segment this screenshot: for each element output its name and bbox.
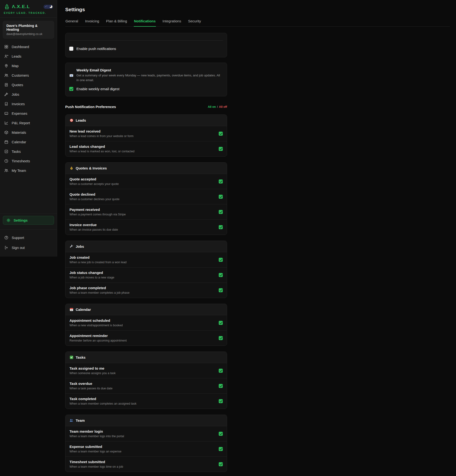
preference-checkbox[interactable]	[219, 369, 223, 373]
preference-row: Quote declined When a customer declines …	[66, 189, 227, 204]
weekly-digest-row: Enable weekly email digest	[69, 87, 223, 91]
tab[interactable]: Security	[188, 19, 201, 26]
sidebar-footer: Support Sign out	[0, 230, 57, 253]
nav-icon	[4, 92, 8, 96]
support-label: Support	[12, 236, 24, 240]
sidebar-item[interactable]: Customers	[0, 70, 57, 80]
preference-checkbox[interactable]	[219, 179, 223, 184]
preference-checkbox[interactable]	[219, 258, 223, 262]
sidebar-item[interactable]: Invoices	[0, 99, 57, 109]
nav-icon	[4, 121, 8, 125]
preference-row-description: When a new visit/appointment is booked	[69, 324, 123, 327]
sidebar-item-label: Leads	[12, 54, 21, 58]
preference-checkbox[interactable]	[219, 225, 223, 229]
nav-icon	[4, 102, 8, 106]
preference-row-title: Lead status changed	[69, 144, 135, 149]
tab[interactable]: Invoicing	[85, 19, 99, 26]
preference-checkbox[interactable]	[219, 399, 223, 403]
preference-row: Team member login When a team member log…	[66, 426, 227, 441]
preference-checkbox[interactable]	[219, 288, 223, 292]
weekly-digest-checkbox[interactable]	[69, 87, 73, 91]
preference-row-description: When a team member completes an assigned…	[69, 402, 136, 405]
all-on-link[interactable]: All on	[208, 105, 216, 109]
preference-row-description: When a team member logs time on a job	[69, 465, 123, 468]
pine-tree-logo-icon	[4, 4, 10, 10]
sidebar-item-support[interactable]: Support	[0, 232, 57, 243]
preference-section: 17 Calendar Appointment scheduled When a…	[65, 304, 227, 346]
push-notifications-label: Enable push notifications	[76, 47, 116, 51]
preference-row-title: Payment received	[69, 208, 126, 212]
section-icon	[69, 118, 74, 122]
preference-checkbox[interactable]	[219, 432, 223, 436]
sidebar-item[interactable]: Leads	[0, 51, 57, 61]
sidebar-item[interactable]: Tasks	[0, 147, 57, 156]
push-notifications-checkbox[interactable]	[69, 47, 73, 51]
preference-checkbox[interactable]	[219, 132, 223, 136]
preference-row-description: When an invoice passes its due date	[69, 228, 118, 231]
sidebar-item[interactable]: Jobs	[0, 89, 57, 99]
preference-checkbox[interactable]	[219, 462, 223, 466]
tab[interactable]: Integrations	[162, 19, 181, 26]
preference-row-title: Job created	[69, 255, 127, 259]
section-header: $ Quotes & Invoices	[66, 162, 227, 174]
app-window: Λ.X.E.L EVERY LEAD. TRACKED. Dave's Plum…	[0, 0, 456, 476]
account-name: Dave's Plumbing & Heating	[6, 24, 51, 31]
brand-tagline: EVERY LEAD. TRACKED.	[4, 11, 53, 14]
sidebar-item[interactable]: My Team	[0, 166, 57, 175]
preference-checkbox[interactable]	[219, 321, 223, 325]
sidebar: Λ.X.E.L EVERY LEAD. TRACKED. Dave's Plum…	[0, 0, 57, 256]
preference-checkbox[interactable]	[219, 147, 223, 151]
sidebar-item[interactable]: Materials	[0, 128, 57, 137]
preference-row-description: When a task passes its due date	[69, 387, 113, 390]
sidebar-item-label: Quotes	[12, 83, 23, 87]
preference-row-description: When a lead is marked as won, lost, or c…	[69, 150, 135, 153]
sidebar-item-label: Map	[12, 64, 18, 68]
preference-row-title: Task completed	[69, 397, 136, 401]
section-icon: 17	[69, 307, 74, 312]
push-notifications-row: Enable push notifications	[69, 47, 223, 51]
preference-row: Job created When a new job is created fr…	[66, 252, 227, 267]
tab[interactable]: Plan & Billing	[106, 19, 127, 26]
sidebar-item[interactable]: Quotes	[0, 80, 57, 89]
preference-row: Expense submitted When a team member log…	[66, 441, 227, 457]
preference-row-title: Quote declined	[69, 192, 119, 196]
preference-checkbox[interactable]	[219, 447, 223, 451]
sidebar-item[interactable]: Dashboard	[0, 42, 57, 51]
theme-toggle[interactable]	[43, 5, 53, 9]
preference-row-description: When a team member completes a job phase	[69, 291, 129, 294]
preference-row-title: Appointment reminder	[69, 334, 127, 338]
section-header: Leads	[66, 115, 227, 126]
preference-row-title: Timesheet submitted	[69, 460, 123, 464]
preference-row-description: When a team member logs into the portal	[69, 434, 124, 438]
brand-name: Λ.X.E.L	[12, 4, 30, 9]
preference-sections: Leads New lead received When a lead come…	[65, 114, 227, 472]
account-email: dave@davesplumbing.co.uk	[6, 32, 51, 36]
preference-checkbox[interactable]	[219, 273, 223, 277]
settings-tabs: General Invoicing Plan & Billing Notific…	[65, 19, 450, 27]
preference-checkbox[interactable]	[219, 210, 223, 214]
preference-row-title: Job status changed	[69, 271, 114, 275]
sidebar-item[interactable]: Timesheets	[0, 156, 57, 166]
preference-section: $ Quotes & Invoices Quote accepted When …	[65, 162, 227, 235]
preference-row-title: Job phase completed	[69, 286, 129, 290]
preference-checkbox[interactable]	[219, 384, 223, 388]
preference-checkbox[interactable]	[219, 195, 223, 199]
sidebar-item[interactable]: Expenses	[0, 109, 57, 118]
preference-row-title: Invoice overdue	[69, 223, 118, 227]
sidebar-item-label: P&L Report	[12, 121, 30, 125]
preference-checkbox[interactable]	[219, 336, 223, 340]
sidebar-item[interactable]: P&L Report	[0, 118, 57, 128]
tab[interactable]: Notifications	[134, 19, 156, 27]
all-off-link[interactable]: All off	[219, 105, 227, 109]
sidebar-item-label: Timesheets	[12, 159, 30, 163]
sidebar-item[interactable]: Calendar	[0, 137, 57, 147]
nav-icon	[4, 159, 8, 163]
sidebar-item-signout[interactable]: Sign out	[0, 243, 57, 253]
sidebar-item[interactable]: Map	[0, 61, 57, 70]
svg-text:E: E	[71, 75, 72, 77]
sidebar-item-label: Jobs	[12, 92, 19, 96]
sidebar-item-settings[interactable]: Settings	[3, 216, 54, 225]
nav-icon	[4, 130, 8, 135]
tab[interactable]: General	[65, 19, 78, 26]
preference-row: Timesheet submitted When a team member l…	[66, 457, 227, 472]
